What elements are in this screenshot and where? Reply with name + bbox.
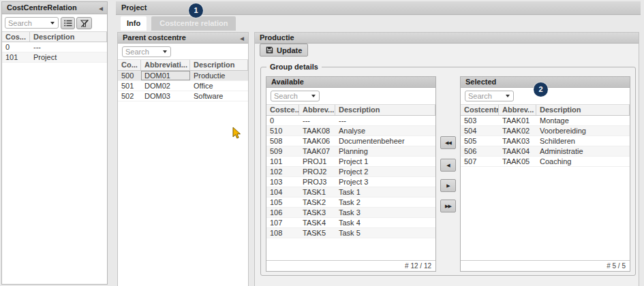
column-header[interactable]: Abbrev... <box>299 105 335 115</box>
table-cell: 101 <box>266 157 299 166</box>
clear-filter-button[interactable] <box>76 17 92 29</box>
tab-costcentre-relation[interactable]: Costcentre relation <box>151 16 236 31</box>
move-all-right-button[interactable]: ▶▶ <box>440 200 456 212</box>
dropdown-arrow-icon[interactable] <box>50 22 55 25</box>
column-header[interactable]: Description <box>536 105 630 115</box>
table-cell: 101 <box>2 52 30 62</box>
table-row[interactable]: 108TASK5Task 5 <box>266 228 435 238</box>
step-marker-2: 2 <box>534 82 548 97</box>
dropdown-arrow-icon[interactable] <box>163 50 167 53</box>
table-cell: 501 <box>118 81 141 91</box>
dropdown-arrow-icon[interactable] <box>311 95 316 97</box>
table-row[interactable]: 106TASK3Task 3 <box>266 208 435 218</box>
table-cell: 103 <box>266 177 299 187</box>
table-cell: Software <box>190 91 248 101</box>
table-cell: TAAK08 <box>299 126 335 136</box>
app-window: CostCentreRelation ◀ <box>0 0 644 286</box>
costcentre-table: Cos... Description 0---101Project <box>2 32 107 284</box>
search-combobox[interactable] <box>122 46 171 57</box>
table-row[interactable]: 507TAAK05Coaching <box>461 157 630 167</box>
page-title: Project <box>121 3 147 12</box>
table-row[interactable]: 505TAAK03Schilderen <box>461 136 630 146</box>
search-combobox[interactable] <box>5 17 59 29</box>
column-header[interactable]: Co... <box>118 60 141 70</box>
collapse-left-icon[interactable]: ◀ <box>99 2 103 14</box>
table-row[interactable]: 101PROJ1Project 1 <box>266 157 435 167</box>
tab-info[interactable]: Info <box>121 16 147 31</box>
table-cell: 500 <box>118 71 141 80</box>
table-cell: Project 3 <box>335 177 435 187</box>
table-cell: Administratie <box>536 146 630 156</box>
table-row[interactable]: 509TAAK07Planning <box>266 146 435 157</box>
table-cell: 509 <box>266 146 299 156</box>
move-right-button[interactable]: ▶ <box>440 179 456 192</box>
table-row[interactable]: 503TAAK01Montage <box>461 116 630 126</box>
table-cell: TAAK01 <box>499 116 536 125</box>
table-cell: TASK2 <box>299 197 335 207</box>
table-header: Costcentre Abbrev... Description <box>461 105 630 116</box>
column-header[interactable]: Description <box>30 32 107 42</box>
table-header: Cos... Description <box>2 32 107 42</box>
table-row[interactable]: 104TASK1Task 1 <box>266 187 435 197</box>
selected-table: Costcentre Abbrev... Description 503TAAK… <box>461 105 630 260</box>
list-view-button[interactable] <box>61 17 75 29</box>
table-row[interactable]: 107TASK4Task 4 <box>266 218 435 228</box>
table-cell: 503 <box>461 116 499 125</box>
search-row <box>118 44 248 60</box>
table-row[interactable]: 101Project <box>2 52 107 63</box>
table-cell: 510 <box>266 126 299 136</box>
table-body: 0---101Project <box>2 42 107 63</box>
table-cell: Productie <box>190 71 248 80</box>
table-cell: Task 1 <box>335 187 435 197</box>
table-cell: TASK5 <box>299 228 335 238</box>
column-header[interactable]: Description <box>190 60 248 70</box>
column-header[interactable]: Costcentre <box>461 105 499 115</box>
panel-title: Available <box>271 78 304 86</box>
table-row[interactable]: 103PROJ3Project 3 <box>266 177 435 187</box>
column-header[interactable]: Description <box>335 105 435 115</box>
parent-costcentre-panel: Parent costcentre ◀ Co... Abbreviati... … <box>117 32 249 286</box>
table-row[interactable]: 0------ <box>266 116 435 126</box>
column-header[interactable]: Cos... <box>2 32 30 42</box>
table-cell: 507 <box>461 157 499 166</box>
table-cell: Planning <box>335 146 435 156</box>
collapse-left-icon[interactable]: ◀ <box>241 33 244 43</box>
search-row <box>266 88 435 105</box>
table-row[interactable]: 506TAAK04Administratie <box>461 146 630 157</box>
table-row[interactable]: 510TAAK08Analyse <box>266 126 435 136</box>
search-combobox[interactable] <box>465 91 514 101</box>
table-cell: TASK1 <box>299 187 335 197</box>
search-input[interactable] <box>125 47 159 57</box>
dropdown-arrow-icon[interactable] <box>506 95 510 97</box>
table-row[interactable]: 504TAAK02Voorbereiding <box>461 126 630 136</box>
table-row[interactable]: 0--- <box>2 42 107 52</box>
table-row[interactable]: 502DOM03Software <box>118 91 248 101</box>
column-header[interactable]: Abbrev... <box>499 105 536 115</box>
panel-header: Available <box>266 77 435 88</box>
table-row[interactable]: 501DOM02Office <box>118 81 248 91</box>
table-cell: Office <box>190 81 248 91</box>
search-input[interactable] <box>8 18 45 28</box>
group-details-legend: Group details <box>266 62 322 72</box>
search-combobox[interactable] <box>271 91 320 101</box>
table-cell: Voorbereiding <box>536 126 630 136</box>
move-all-left-button[interactable]: ◀◀ <box>440 136 456 149</box>
table-row[interactable]: 500DOM01Productie <box>118 71 248 81</box>
table-row[interactable]: 105TASK2Task 2 <box>266 197 435 208</box>
search-input[interactable] <box>274 91 307 101</box>
table-row[interactable]: 508TAAK06Documentenbeheer <box>266 136 435 146</box>
table-row[interactable]: 102PROJ2Project 2 <box>266 167 435 177</box>
table-cell: 107 <box>266 218 299 227</box>
table-header: Co... Abbreviati... Description <box>118 60 248 71</box>
column-header[interactable]: Costce... <box>266 105 299 115</box>
step-marker-1: 1 <box>189 3 203 18</box>
table-cell: Analyse <box>335 126 435 136</box>
search-input[interactable] <box>468 91 502 101</box>
table-cell: TAAK05 <box>499 157 536 166</box>
update-button[interactable]: Update <box>260 44 308 57</box>
toolbar <box>2 14 107 32</box>
table-cell: Project <box>30 52 107 62</box>
move-left-button[interactable]: ◀ <box>440 159 456 172</box>
table-cell: Project 2 <box>335 167 435 176</box>
column-header[interactable]: Abbreviati... <box>141 60 190 70</box>
